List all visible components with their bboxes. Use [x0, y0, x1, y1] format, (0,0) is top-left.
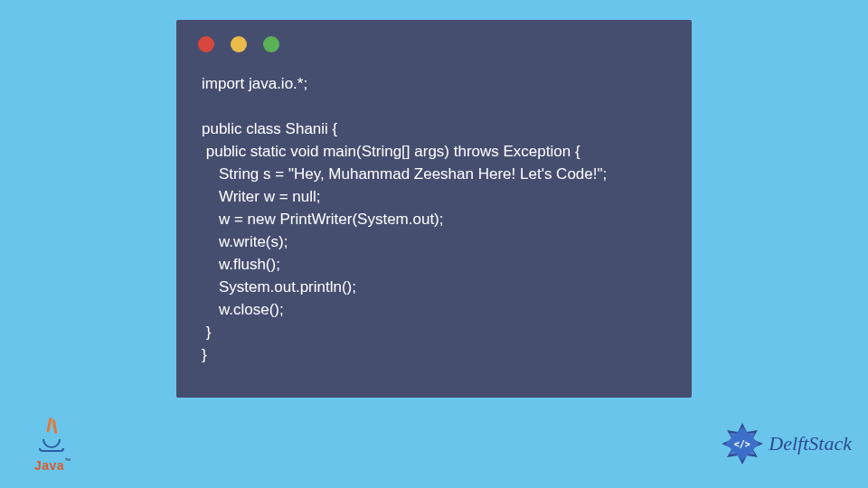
window-controls — [198, 36, 279, 52]
delftstack-icon: </> — [720, 421, 765, 466]
java-logo: Java™ — [34, 418, 71, 474]
code-line: } — [202, 346, 207, 363]
code-line: import java.io.*; — [202, 75, 307, 92]
code-icon: </> — [734, 439, 750, 449]
code-line: w.close(); — [202, 301, 284, 318]
delftstack-label: DelftStack — [769, 432, 852, 455]
close-icon — [198, 36, 214, 52]
minimize-icon — [231, 36, 247, 52]
code-window: import java.io.*; public class Shanii { … — [176, 20, 692, 398]
java-label: Java™ — [34, 457, 71, 474]
java-cup-icon — [35, 418, 70, 455]
code-content: import java.io.*; public class Shanii { … — [202, 72, 674, 366]
code-line: public class Shanii { — [202, 120, 337, 137]
code-line: String s = "Hey, Muhammad Zeeshan Here! … — [202, 165, 607, 183]
code-line: Writer w = null; — [202, 188, 320, 205]
code-line: w.write(s); — [202, 233, 288, 250]
code-line: w = new PrintWriter(System.out); — [202, 211, 444, 228]
maximize-icon — [263, 36, 279, 52]
code-line: System.out.println(); — [202, 278, 356, 296]
delftstack-logo: </> DelftStack — [720, 421, 852, 466]
code-line: public static void main(String[] args) t… — [202, 143, 580, 160]
code-line: } — [202, 324, 211, 341]
code-line: w.flush(); — [202, 256, 280, 273]
